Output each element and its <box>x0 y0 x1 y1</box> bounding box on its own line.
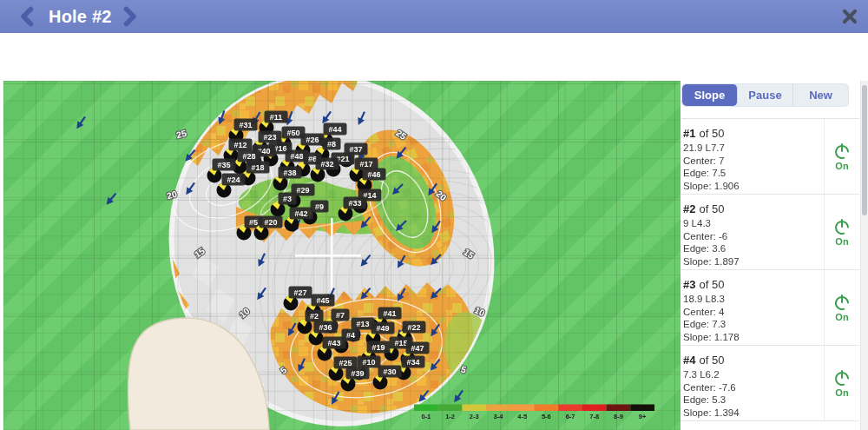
pin-edge: Edge: 7.3 <box>683 318 824 331</box>
pin-tag-label: #34 <box>406 358 419 367</box>
pin-list-item[interactable]: #1of 50 21.9 L7.7 Center: 7 Edge: 7.5 Sl… <box>681 119 859 195</box>
pin-tag-label: #45 <box>316 296 329 305</box>
pin-number: #3 <box>683 278 695 291</box>
power-toggle[interactable]: On <box>824 195 859 269</box>
pin-tag-label: #26 <box>306 136 319 144</box>
legend-segment <box>462 405 486 412</box>
pin-list-item[interactable]: #3of 50 18.9 L8.3 Center: 4 Edge: 7.3 Sl… <box>681 270 859 346</box>
chevron-right-icon[interactable] <box>119 6 140 27</box>
pin-tag-label: #15 <box>394 339 407 347</box>
scrollbar[interactable] <box>860 81 868 430</box>
pin-tag-label: #30 <box>383 367 396 376</box>
pin-tag-label: #27 <box>293 288 306 297</box>
pin-slope: Slope: 1.906 <box>683 180 824 193</box>
pin-tag-label: #20 <box>264 218 277 227</box>
tab-slope[interactable]: Slope <box>682 84 738 106</box>
pin-tag-label: #16 <box>273 144 286 153</box>
legend-segment <box>607 405 631 412</box>
pin-tag-label: #35 <box>217 161 230 169</box>
pin-tag-label: #17 <box>359 160 372 169</box>
green-map[interactable]: 252015105252015105#11#31#44#50#23#26#8#1… <box>3 81 681 430</box>
pin-edge: Edge: 5.3 <box>683 394 824 407</box>
legend-segment <box>414 405 438 412</box>
pin-list-item[interactable]: #2of 50 9 L4.3 Center: -6 Edge: 3.6 Slop… <box>681 195 859 270</box>
pin-slope: Slope: 1.897 <box>683 255 824 268</box>
legend-label: 4-5 <box>517 413 527 420</box>
title-bar: Hole #2 <box>0 0 868 33</box>
legend-label: 7-8 <box>589 413 599 420</box>
pin-tag-label: #10 <box>362 358 375 367</box>
legend-label: 0-1 <box>421 413 431 420</box>
pin-tag-label: #47 <box>411 344 424 353</box>
tab-pause[interactable]: Pause <box>738 84 793 106</box>
pin-center: Center: -7.6 <box>683 381 824 394</box>
chevron-left-icon[interactable] <box>17 6 38 27</box>
pin-number: #4 <box>683 354 695 367</box>
pin-tag-label: #28 <box>242 152 255 161</box>
pin-tag-label: #9 <box>315 202 324 211</box>
pin-list-item[interactable]: #4of 50 7.3 L6.2 Center: -7.6 Edge: 5.3 … <box>681 346 859 421</box>
power-toggle[interactable]: On <box>824 119 859 194</box>
pin-tag-label: #25 <box>339 359 352 367</box>
pin-edge: Edge: 7.5 <box>683 167 824 180</box>
power-toggle[interactable]: On <box>824 270 859 345</box>
pin-tag-label: #18 <box>251 163 264 172</box>
pin-tag-label: #24 <box>227 175 240 184</box>
legend-segment <box>438 405 463 412</box>
scrollbar-thumb[interactable] <box>862 85 867 215</box>
pin-slope: Slope: 1.178 <box>683 331 824 344</box>
pin-number: #2 <box>683 202 695 215</box>
pin-tag-label: #29 <box>296 186 309 195</box>
pin-tag-label: #2 <box>310 312 319 321</box>
pin-tag-label: #7 <box>336 311 345 320</box>
app-window: Hole #2 Daily Holes Max Slope: 3 Avg +/-… <box>0 0 868 430</box>
pin-list: #1of 50 21.9 L7.7 Center: 7 Edge: 7.5 Sl… <box>681 118 859 425</box>
pin-tag-label: #8 <box>327 140 336 149</box>
legend-label: 8-9 <box>614 413 623 420</box>
stats-bar: Daily Holes Max Slope: 3 Avg +/- Center:… <box>0 33 868 81</box>
pin-center: Center: 7 <box>683 155 824 168</box>
pin-tag-label: #49 <box>376 324 389 333</box>
pin-center: Center: 4 <box>683 306 824 319</box>
pin-tag-label: #19 <box>372 343 385 352</box>
pin-of-total: of 50 <box>699 354 724 367</box>
pin-tag-label: #11 <box>270 113 283 122</box>
legend-segment <box>558 405 582 412</box>
pin-of-total: of 50 <box>699 127 724 140</box>
mode-tabs: Slope Pause New <box>681 83 849 107</box>
pin-position: 21.9 L7.7 <box>683 142 824 155</box>
pin-position: 7.3 L6.2 <box>683 368 824 381</box>
pin-of-total: of 50 <box>699 278 724 291</box>
page-title: Hole #2 <box>49 7 112 27</box>
legend-segment <box>486 405 510 412</box>
pin-tag-label: #22 <box>407 323 420 332</box>
close-icon[interactable] <box>842 9 858 24</box>
pin-tag-label: #38 <box>283 169 296 177</box>
pin-position: 18.9 L8.3 <box>683 293 824 306</box>
pin-tag-label: #5 <box>249 218 258 227</box>
pin-tag-label: #46 <box>367 170 380 179</box>
pin-position: 9 L4.3 <box>683 217 824 230</box>
pin-tag-label: #4 <box>346 331 355 340</box>
legend-segment <box>535 405 559 412</box>
power-icon <box>833 294 851 311</box>
legend-label: 9+ <box>639 413 647 420</box>
pin-tag-label: #43 <box>327 339 340 347</box>
power-icon <box>833 218 851 235</box>
pin-tag-label: #32 <box>320 160 333 169</box>
pin-tag-label: #36 <box>319 323 332 332</box>
pin-tag-label: #50 <box>286 129 299 137</box>
pin-tag-label: #31 <box>239 121 252 129</box>
pin-tag-label: #13 <box>356 320 369 328</box>
green-map-canvas[interactable]: 252015105252015105#11#31#44#50#23#26#8#1… <box>3 81 681 430</box>
pin-tag-label: #41 <box>383 309 396 318</box>
legend-segment <box>582 405 607 412</box>
tab-new[interactable]: New <box>793 84 848 106</box>
pin-tag-label: #33 <box>348 199 361 208</box>
power-toggle[interactable]: On <box>824 346 859 420</box>
legend-segment <box>510 405 535 412</box>
pin-slope: Slope: 1.394 <box>683 407 824 420</box>
power-state: On <box>835 161 848 171</box>
pin-of-total: of 50 <box>699 202 724 215</box>
power-state: On <box>835 312 848 322</box>
